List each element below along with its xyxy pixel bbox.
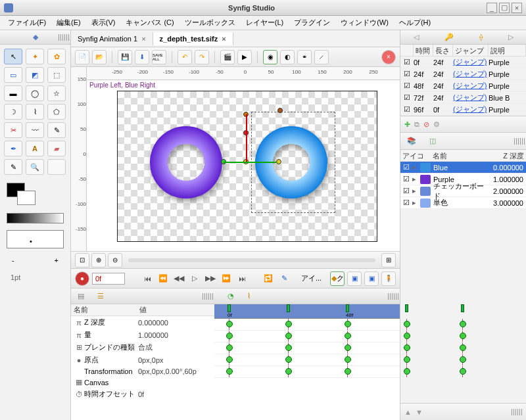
tool-select[interactable]: ↖	[4, 49, 22, 64]
waypoint[interactable]	[460, 344, 466, 351]
menu-toolbox[interactable]: ツールボックス	[179, 16, 241, 30]
tab-z-depth-test[interactable]: z_depth_test.sifz ×	[153, 32, 233, 45]
param-value[interactable]: 1.000000	[138, 331, 212, 339]
keyframe-jump-link[interactable]: (ジャンプ)	[453, 93, 489, 103]
col-name[interactable]: 名前	[431, 150, 489, 161]
waypoint[interactable]	[226, 321, 233, 327]
layer-visible-checkbox[interactable]: ☑	[400, 198, 412, 207]
sets-tab-icon[interactable]: ◫	[429, 137, 436, 145]
zoom-fit-button[interactable]: ⊞	[381, 253, 396, 268]
bone-toggle[interactable]: ⟋	[314, 50, 329, 64]
lower-layer-button[interactable]: ▼	[416, 408, 423, 416]
keyframe-marker[interactable]	[405, 304, 408, 312]
keyframe-checkbox[interactable]: ☑	[400, 93, 414, 102]
background-color[interactable]	[17, 191, 36, 205]
stroke-size[interactable]: 1pt	[4, 269, 66, 285]
keyframe-button[interactable]: ◆ク	[330, 271, 345, 286]
params-icon[interactable]: ▤	[78, 292, 84, 300]
tool-blend[interactable]: ⬚	[47, 67, 66, 83]
waypoint[interactable]	[345, 344, 351, 351]
keyframe-marker[interactable]	[346, 304, 349, 312]
tool-mask[interactable]: ◩	[26, 67, 44, 83]
col-zdepth[interactable]: Z 深度	[489, 150, 526, 161]
tool-text[interactable]: A	[26, 141, 44, 156]
stroke-plus[interactable]: +	[55, 256, 59, 264]
timeline-ruler[interactable]: 0f 48f	[214, 304, 400, 319]
tool-spiral[interactable]: ⌇	[26, 104, 44, 120]
save-all-button[interactable]: SAVE ALL	[152, 50, 166, 64]
col-name[interactable]: 名前	[74, 305, 139, 315]
raise-layer-button[interactable]: ▲	[404, 408, 412, 416]
waypoint[interactable]	[226, 356, 233, 363]
next-kf-button[interactable]: ▷	[508, 33, 514, 41]
layer-visible-checkbox[interactable]: ☑	[400, 175, 412, 183]
stroke-minus[interactable]: -	[12, 256, 14, 264]
tool-layer[interactable]: ✿	[47, 49, 66, 64]
tool-erase[interactable]: ▰	[47, 141, 66, 156]
tool-moon[interactable]: ☽	[4, 104, 22, 120]
keyframe-checkbox[interactable]: ☑	[400, 105, 414, 114]
add-layer-button[interactable]: ✚	[404, 120, 410, 129]
layers-tab-icon[interactable]: 📚	[407, 137, 416, 145]
menu-help[interactable]: ヘルプ(H)	[394, 16, 436, 30]
tool-cut[interactable]: ✂	[4, 122, 22, 138]
keyframe-row[interactable]: ☑72f24f(ジャンプ)Blue B	[400, 92, 526, 104]
new-button[interactable]: 📄	[75, 50, 89, 64]
keyframe-jump-link[interactable]: (ジャンプ)	[453, 105, 489, 114]
waypoint[interactable]	[345, 356, 351, 363]
open-button[interactable]: 📂	[92, 50, 107, 64]
loop-button[interactable]: 🔁	[262, 272, 275, 285]
param-row[interactable]: ●原点0px,0px	[71, 354, 214, 366]
waypoint[interactable]	[285, 333, 292, 339]
col-time[interactable]: 時間	[414, 45, 433, 56]
brush-preview[interactable]	[7, 230, 64, 248]
layer-row[interactable]: ☑▸Blue0.000000	[400, 162, 526, 174]
gradient-swatch[interactable]	[7, 213, 64, 223]
param-value[interactable]: 合成	[138, 342, 212, 352]
grip-icon[interactable]	[514, 138, 525, 145]
tool-star[interactable]: ☆	[47, 85, 66, 101]
snap-frame-button[interactable]: ▣	[347, 271, 362, 286]
tool-poly[interactable]: ⬠	[47, 104, 66, 120]
animate-mode-button[interactable]: 🧍	[381, 271, 396, 286]
tool-line[interactable]: ▭	[4, 67, 22, 83]
menu-canvas[interactable]: キャンバス (C)	[120, 16, 179, 30]
delete-layer-button[interactable]: ⊘	[423, 120, 429, 129]
curves-icon[interactable]: ◔	[227, 292, 234, 300]
keyframe-checkbox[interactable]: ☑	[400, 82, 414, 90]
tool-pen[interactable]: ✎	[47, 122, 66, 138]
waypoint[interactable]	[404, 333, 410, 339]
next-keyframe-button[interactable]: ⏩	[220, 272, 233, 285]
col-icon[interactable]: アイコン	[400, 150, 431, 161]
onion-toggle[interactable]: ◐	[280, 50, 295, 64]
waypoint[interactable]	[404, 368, 410, 375]
grip-icon[interactable]	[203, 293, 213, 300]
layer-row[interactable]: ☑▸単色3.000000	[400, 197, 526, 209]
tool-rect[interactable]: ▬	[4, 85, 22, 101]
param-value[interactable]: 0px,0px,0.00°,60p	[138, 367, 212, 375]
scrollbar-h[interactable]	[128, 258, 375, 262]
waypoint[interactable]	[345, 321, 351, 327]
time-input[interactable]	[92, 273, 125, 285]
snap-toggle[interactable]: ◉	[263, 50, 277, 64]
keyframe-row[interactable]: ☑0f24f(ジャンプ)Purple	[400, 57, 526, 68]
zoom-out-button[interactable]: ⊖	[108, 253, 122, 268]
keyframe-checkbox[interactable]: ☑	[400, 70, 414, 78]
grip-icon[interactable]	[59, 34, 69, 41]
bounds-button[interactable]: ✎	[277, 272, 291, 285]
tool-ink[interactable]: ✒	[4, 141, 22, 156]
expand-arrow-icon[interactable]: ▸	[412, 198, 420, 207]
save-as-button[interactable]: ⬇	[135, 50, 149, 64]
timetrack-row[interactable]	[214, 342, 400, 354]
timeline-tracks[interactable]	[214, 319, 400, 420]
keyframe-row[interactable]: ☑24f24f(ジャンプ)Purple	[400, 68, 526, 80]
kf-marker-icon[interactable]: ⟠	[479, 33, 483, 41]
tool-zoom[interactable]: 🔍	[26, 159, 44, 175]
waypoint[interactable]	[285, 368, 292, 375]
prev-kf-button[interactable]: ◁	[414, 33, 419, 41]
grip-icon[interactable]	[388, 293, 398, 300]
layer-visible-checkbox[interactable]: ☑	[400, 187, 412, 195]
keyframe-row[interactable]: ☑48f24f(ジャンプ)Purple	[400, 80, 526, 92]
timetrack-row[interactable]	[214, 331, 400, 342]
close-canvas-button[interactable]: ×	[381, 50, 396, 64]
